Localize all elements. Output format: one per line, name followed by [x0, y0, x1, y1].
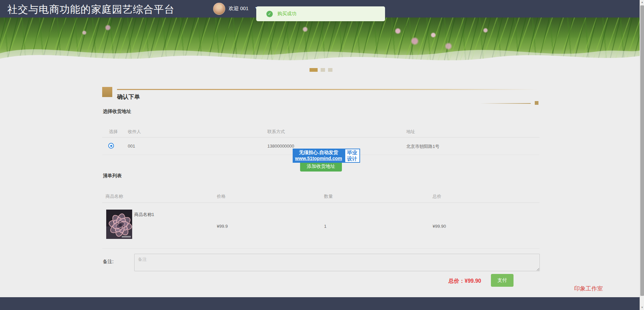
address-table-header: 选择 收件人 联系方式 地址: [102, 125, 539, 137]
item-total: ¥99.90: [433, 224, 446, 229]
carousel-dot-1-active[interactable]: [310, 68, 318, 72]
watermark-url[interactable]: www.51topmind.com: [295, 155, 342, 161]
section-accent-square: [102, 87, 112, 97]
col-contact: 联系方式: [267, 129, 285, 135]
user-avatar[interactable]: [213, 3, 225, 15]
address-section-title: 选择收货地址: [103, 108, 131, 115]
item-price: ¥99.9: [217, 224, 228, 229]
address-radio-selected[interactable]: [108, 143, 114, 149]
page: 社交与电商功能的家庭园艺综合平台 欢迎 001 ▼ ✓ 购买成功 确认下单 选择…: [0, 0, 644, 310]
add-address-button[interactable]: 添加收货地址: [300, 161, 342, 172]
footer-bar: [0, 297, 640, 310]
check-circle-icon: ✓: [266, 11, 273, 17]
success-toast: ✓ 购买成功: [256, 6, 385, 21]
items-section-title: 清单列表: [103, 173, 122, 179]
section-accent-line: [117, 89, 538, 90]
pay-button[interactable]: 支付: [491, 274, 514, 287]
scrollbar-thumb[interactable]: [640, 5, 644, 296]
wave-decoration: [0, 40, 640, 68]
col-quantity: 数量: [324, 193, 333, 199]
total-label: 总价：: [448, 278, 465, 284]
order-total: 总价：¥99.90: [448, 278, 481, 285]
total-value: ¥99.90: [465, 278, 481, 284]
scroll-down-arrow-icon[interactable]: ▼: [640, 305, 644, 310]
address-contact: 13800000000: [267, 144, 294, 149]
watermark-text: 无须担心.自动发货 www.51topmind.com: [293, 149, 345, 163]
address-recipient: 001: [128, 144, 135, 149]
watermark-badge-line2: 设计: [347, 156, 357, 162]
carousel-dot-3[interactable]: [328, 68, 332, 72]
scroll-up-arrow-icon[interactable]: ▲: [640, 0, 644, 5]
app-title: 社交与电商功能的家庭园艺综合平台: [7, 3, 175, 17]
address-value: 北京市朝阳路1号: [406, 144, 439, 150]
section-accent-line-right: [480, 103, 531, 104]
vertical-scrollbar[interactable]: ▲ ▼: [640, 0, 644, 310]
studio-credit-link[interactable]: 印象工作室: [574, 285, 603, 292]
vendor-watermark: 无须担心.自动发货 www.51topmind.com 毕业 设计: [293, 149, 360, 163]
watermark-line1: 无须担心.自动发货: [295, 149, 342, 155]
remark-label: 备注:: [103, 259, 114, 265]
col-address: 地址: [406, 129, 415, 135]
item-quantity: 1: [324, 224, 326, 229]
item-name: 商品名称1: [134, 212, 154, 218]
items-table: 商品名称 价格 数量 总价: [102, 188, 539, 249]
item-row: 商品名称1 ¥99.9 1 ¥99.90: [102, 203, 539, 249]
watermark-badge: 毕业 设计: [345, 149, 360, 163]
col-recipient: 收件人: [128, 129, 141, 135]
radio-dot: [110, 145, 112, 147]
section-accent-square-right: [535, 101, 538, 105]
col-price: 价格: [217, 193, 226, 199]
items-table-header: 商品名称 价格 数量 总价: [102, 188, 539, 203]
watermark-badge-line1: 毕业: [347, 150, 357, 156]
hero-banner-image: [0, 18, 640, 68]
toast-message: 购买成功: [277, 11, 296, 17]
col-total: 总价: [433, 193, 441, 199]
carousel-indicators: [310, 68, 332, 72]
col-select: 选择: [109, 129, 118, 135]
welcome-user-label[interactable]: 欢迎 001: [229, 5, 248, 12]
carousel-dot-2[interactable]: [321, 68, 325, 72]
col-product-name: 商品名称: [106, 193, 123, 199]
section-title: 确认下单: [117, 93, 140, 101]
remark-input[interactable]: [134, 254, 540, 271]
product-image[interactable]: [106, 210, 132, 239]
